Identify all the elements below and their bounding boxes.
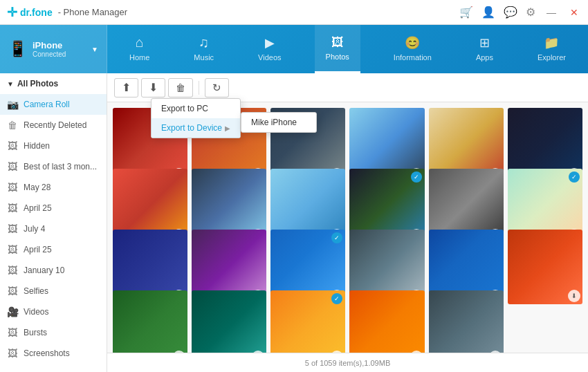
status-bar: 5 of 1059 item(s),1.09MB xyxy=(107,353,588,372)
camera-roll-label: Camera Roll xyxy=(24,100,70,109)
sidebar-title: All Photos xyxy=(17,79,58,89)
sidebar-item-april-25-1[interactable]: 🖼 April 25 xyxy=(0,198,107,218)
nav-videos[interactable]: ▶ Videos xyxy=(247,25,292,73)
nav-information[interactable]: 😊 Information xyxy=(383,25,443,73)
context-menu: Export to PC Export to Device ▶ xyxy=(151,98,241,138)
ctx-export-device-label: Export to Device xyxy=(161,123,222,133)
january-10-icon: 🖼 xyxy=(7,265,18,276)
cart-icon[interactable]: 🛒 xyxy=(459,6,473,19)
nav-explorer[interactable]: 📁 Explorer xyxy=(526,25,577,73)
nav-apps[interactable]: ⊞ Apps xyxy=(465,25,504,73)
minimize-button[interactable]: — xyxy=(544,7,559,18)
sidebar-item-screenshots[interactable]: 🖼 Screenshots xyxy=(0,343,107,364)
ctx-export-pc[interactable]: Export to PC xyxy=(151,99,240,118)
nav-apps-label: Apps xyxy=(476,53,493,62)
nav-music[interactable]: ♫ Music xyxy=(183,25,225,73)
music-icon: ♫ xyxy=(199,35,209,50)
best-of-last-3-label: Best of last 3 mon... xyxy=(24,162,97,171)
sidebar-item-april-25-2[interactable]: 🖼 April 25 xyxy=(0,239,107,260)
photo-item[interactable]: ✓ ⬇ xyxy=(270,290,345,353)
screenshots-icon: 🖼 xyxy=(7,348,18,359)
app-name: - Phone Manager xyxy=(58,7,127,17)
nav-bar: 📱 iPhone Connected ▼ ⌂ Home ♫ Music ▶ Vi… xyxy=(0,25,588,73)
sidebar-item-best-of-last-3[interactable]: 🖼 Best of last 3 mon... xyxy=(0,156,107,177)
download-icon[interactable]: ⬇ xyxy=(173,351,185,353)
chat-icon[interactable]: 💬 xyxy=(504,6,517,19)
sidebar-item-bursts[interactable]: 🖼 Bursts xyxy=(0,322,107,343)
nav-home[interactable]: ⌂ Home xyxy=(118,25,160,73)
refresh-button[interactable]: ↻ xyxy=(205,78,229,97)
ctx-arrow-icon: ▶ xyxy=(225,124,230,132)
sidebar-item-may-28[interactable]: 🖼 May 28 xyxy=(0,177,107,198)
videos-icon: ▶ xyxy=(265,35,275,50)
nav-videos-label: Videos xyxy=(258,53,281,62)
bursts-label: Bursts xyxy=(24,328,47,337)
ctx-export-device[interactable]: Export to Device ▶ xyxy=(151,118,240,138)
device-phone-icon: 📱 xyxy=(8,40,27,58)
photo-item[interactable]: ⬇ xyxy=(508,230,582,304)
january-10-label: January 10 xyxy=(24,266,64,275)
title-bar: ✛ dr.fone - Phone Manager 🛒 👤 💬 ⚙ — ✕ xyxy=(0,0,588,25)
sidebar-item-january-10[interactable]: 🖼 January 10 xyxy=(0,260,107,281)
device-selector[interactable]: 📱 iPhone Connected ▼ xyxy=(0,25,107,73)
sidebar-header: ▼ All Photos xyxy=(0,73,107,94)
hidden-icon: 🖼 xyxy=(7,140,18,151)
device-status: Connected xyxy=(33,50,86,58)
apps-icon: ⊞ xyxy=(479,35,490,50)
april-25-1-icon: 🖼 xyxy=(7,203,18,214)
title-left: ✛ dr.fone - Phone Manager xyxy=(7,5,127,20)
close-button[interactable]: ✕ xyxy=(567,7,581,18)
sidebar-item-videos[interactable]: 🎥 Videos xyxy=(0,301,107,322)
sub-mike-iphone[interactable]: Mike iPhone xyxy=(241,113,316,132)
nav-explorer-label: Explorer xyxy=(538,53,566,62)
sidebar-item-hidden[interactable]: 🖼 Hidden xyxy=(0,136,107,156)
check-icon: ✓ xyxy=(569,171,580,183)
photo-item[interactable]: ⬇ xyxy=(113,290,187,353)
ctx-export-pc-label: Export to PC xyxy=(161,104,208,113)
user-icon[interactable]: 👤 xyxy=(481,6,495,19)
app-logo: ✛ dr.fone xyxy=(7,5,53,20)
download-icon[interactable]: ⬇ xyxy=(489,351,502,353)
recently-deleted-icon: 🗑 xyxy=(7,120,18,131)
sidebar-item-selfies[interactable]: 🖼 Selfies xyxy=(0,281,107,301)
title-controls: 🛒 👤 💬 ⚙ — ✕ xyxy=(459,6,581,19)
gear-icon[interactable]: ⚙ xyxy=(526,6,535,19)
nav-music-label: Music xyxy=(194,53,214,62)
explorer-icon: 📁 xyxy=(544,35,559,50)
download-icon[interactable]: ⬇ xyxy=(410,351,423,353)
photo-item[interactable]: ⬇ xyxy=(192,290,266,353)
selfies-icon: 🖼 xyxy=(7,286,18,297)
nav-home-label: Home xyxy=(129,53,149,62)
device-name: iPhone xyxy=(33,40,86,50)
import-button[interactable]: ⬆ xyxy=(114,78,138,97)
may-28-label: May 28 xyxy=(24,183,50,192)
import-icon: ⬆ xyxy=(122,81,131,94)
screenshots-label: Screenshots xyxy=(24,348,70,358)
sidebar-item-july-4[interactable]: 🖼 July 4 xyxy=(0,218,107,239)
sidebar-item-camera-roll[interactable]: 📷 Camera Roll xyxy=(0,94,107,115)
photo-item[interactable]: ⬇ xyxy=(429,290,504,353)
export-button[interactable]: ⬇ xyxy=(141,78,165,97)
delete-button[interactable]: 🗑 xyxy=(168,78,193,97)
download-icon[interactable]: ⬇ xyxy=(331,351,343,353)
device-chevron-icon: ▼ xyxy=(91,46,98,53)
may-28-icon: 🖼 xyxy=(7,182,18,193)
nav-photos[interactable]: 🖼 Photos xyxy=(315,25,360,73)
april-25-1-label: April 25 xyxy=(24,203,52,213)
videos-album-icon: 🎥 xyxy=(7,306,18,317)
july-4-icon: 🖼 xyxy=(7,223,18,234)
sidebar-item-recently-deleted[interactable]: 🗑 Recently Deleted xyxy=(0,115,107,136)
sub-menu: Mike iPhone xyxy=(241,112,317,133)
photo-item[interactable]: ⬇ xyxy=(349,290,424,353)
check-icon: ✓ xyxy=(411,171,422,183)
download-icon[interactable]: ⬇ xyxy=(252,351,264,353)
export-icon: ⬇ xyxy=(149,81,158,94)
july-4-label: July 4 xyxy=(24,224,45,234)
expand-icon: ▼ xyxy=(7,80,14,88)
sidebar: ▼ All Photos 📷 Camera Roll 🗑 Recently De… xyxy=(0,73,107,372)
download-icon[interactable]: ⬇ xyxy=(568,290,580,302)
information-icon: 😊 xyxy=(405,35,420,50)
april-25-2-icon: 🖼 xyxy=(7,244,18,255)
home-icon: ⌂ xyxy=(136,35,144,50)
videos-album-label: Videos xyxy=(24,307,48,317)
